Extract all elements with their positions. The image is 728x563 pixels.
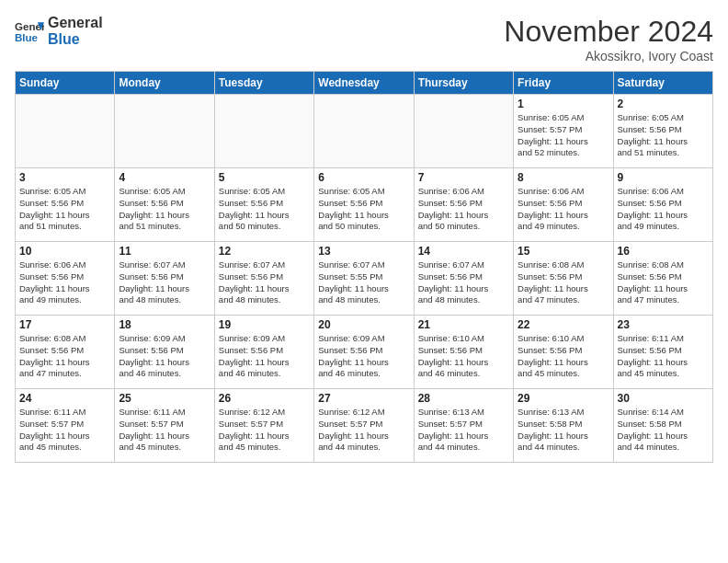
day-info: Sunrise: 6:09 AMSunset: 5:56 PMDaylight:… — [219, 333, 310, 380]
calendar-cell: 18Sunrise: 6:09 AMSunset: 5:56 PMDayligh… — [115, 316, 214, 389]
calendar-cell — [115, 95, 214, 168]
day-info: Sunrise: 6:07 AMSunset: 5:56 PMDaylight:… — [119, 259, 210, 306]
day-info: Sunrise: 6:13 AMSunset: 5:58 PMDaylight:… — [518, 407, 609, 454]
weekday-header-tuesday: Tuesday — [214, 72, 313, 95]
day-info: Sunrise: 6:12 AMSunset: 5:57 PMDaylight:… — [219, 407, 310, 454]
weekday-header-thursday: Thursday — [414, 72, 513, 95]
day-info: Sunrise: 6:08 AMSunset: 5:56 PMDaylight:… — [19, 333, 110, 380]
calendar-cell: 25Sunrise: 6:11 AMSunset: 5:57 PMDayligh… — [115, 389, 214, 463]
day-info: Sunrise: 6:06 AMSunset: 5:56 PMDaylight:… — [518, 186, 609, 233]
calendar-cell: 14Sunrise: 6:07 AMSunset: 5:56 PMDayligh… — [414, 242, 513, 316]
day-info: Sunrise: 6:06 AMSunset: 5:56 PMDaylight:… — [418, 186, 509, 233]
calendar-cell: 27Sunrise: 6:12 AMSunset: 5:57 PMDayligh… — [314, 389, 414, 463]
calendar-cell: 28Sunrise: 6:13 AMSunset: 5:57 PMDayligh… — [414, 389, 513, 463]
day-number: 12 — [219, 245, 310, 258]
calendar-cell: 19Sunrise: 6:09 AMSunset: 5:56 PMDayligh… — [214, 316, 313, 389]
day-number: 20 — [318, 318, 409, 331]
calendar-cell: 3Sunrise: 6:05 AMSunset: 5:56 PMDaylight… — [16, 168, 115, 242]
calendar-cell: 8Sunrise: 6:06 AMSunset: 5:56 PMDaylight… — [514, 168, 613, 242]
day-info: Sunrise: 6:14 AMSunset: 5:58 PMDaylight:… — [618, 407, 709, 454]
day-number: 11 — [119, 245, 210, 258]
day-number: 8 — [518, 171, 609, 184]
day-info: Sunrise: 6:07 AMSunset: 5:55 PMDaylight:… — [318, 259, 409, 306]
calendar-cell — [314, 95, 414, 168]
week-row-4: 17Sunrise: 6:08 AMSunset: 5:56 PMDayligh… — [16, 316, 713, 389]
calendar-cell: 5Sunrise: 6:05 AMSunset: 5:56 PMDaylight… — [214, 168, 313, 242]
day-number: 18 — [119, 318, 210, 331]
day-number: 25 — [119, 392, 210, 405]
logo-icon: General Blue — [15, 18, 44, 44]
calendar-cell: 11Sunrise: 6:07 AMSunset: 5:56 PMDayligh… — [115, 242, 214, 316]
calendar-cell: 24Sunrise: 6:11 AMSunset: 5:57 PMDayligh… — [16, 389, 115, 463]
calendar-cell: 7Sunrise: 6:06 AMSunset: 5:56 PMDaylight… — [414, 168, 513, 242]
day-info: Sunrise: 6:08 AMSunset: 5:56 PMDaylight:… — [518, 259, 609, 306]
day-number: 1 — [518, 98, 609, 110]
weekday-header-sunday: Sunday — [16, 72, 115, 95]
calendar-cell: 15Sunrise: 6:08 AMSunset: 5:56 PMDayligh… — [514, 242, 613, 316]
day-number: 29 — [518, 392, 609, 405]
logo-blue: Blue — [48, 31, 103, 48]
calendar-cell — [414, 95, 513, 168]
day-info: Sunrise: 6:10 AMSunset: 5:56 PMDaylight:… — [518, 333, 609, 380]
week-row-1: 1Sunrise: 6:05 AMSunset: 5:57 PMDaylight… — [16, 95, 713, 168]
day-info: Sunrise: 6:06 AMSunset: 5:56 PMDaylight:… — [618, 186, 709, 233]
day-info: Sunrise: 6:12 AMSunset: 5:57 PMDaylight:… — [318, 407, 409, 454]
day-number: 23 — [618, 318, 709, 331]
calendar-cell: 6Sunrise: 6:05 AMSunset: 5:56 PMDaylight… — [314, 168, 414, 242]
day-number: 21 — [418, 318, 509, 331]
title-block: November 2024 Akossikro, Ivory Coast — [504, 15, 713, 63]
day-number: 26 — [219, 392, 310, 405]
day-info: Sunrise: 6:10 AMSunset: 5:56 PMDaylight:… — [418, 333, 509, 380]
calendar-cell — [16, 95, 115, 168]
day-info: Sunrise: 6:08 AMSunset: 5:56 PMDaylight:… — [618, 259, 709, 306]
day-info: Sunrise: 6:07 AMSunset: 5:56 PMDaylight:… — [418, 259, 509, 306]
day-number: 4 — [119, 171, 210, 184]
calendar-cell: 16Sunrise: 6:08 AMSunset: 5:56 PMDayligh… — [613, 242, 712, 316]
logo: General Blue General Blue — [15, 15, 103, 47]
calendar-cell: 20Sunrise: 6:09 AMSunset: 5:56 PMDayligh… — [314, 316, 414, 389]
week-row-2: 3Sunrise: 6:05 AMSunset: 5:56 PMDaylight… — [16, 168, 713, 242]
calendar-cell: 17Sunrise: 6:08 AMSunset: 5:56 PMDayligh… — [16, 316, 115, 389]
day-number: 17 — [19, 318, 110, 331]
day-info: Sunrise: 6:09 AMSunset: 5:56 PMDaylight:… — [318, 333, 409, 380]
calendar-cell: 30Sunrise: 6:14 AMSunset: 5:58 PMDayligh… — [613, 389, 712, 463]
calendar-cell: 29Sunrise: 6:13 AMSunset: 5:58 PMDayligh… — [514, 389, 613, 463]
day-number: 14 — [418, 245, 509, 258]
calendar-cell: 22Sunrise: 6:10 AMSunset: 5:56 PMDayligh… — [514, 316, 613, 389]
calendar-cell: 2Sunrise: 6:05 AMSunset: 5:56 PMDaylight… — [613, 95, 712, 168]
calendar-cell: 10Sunrise: 6:06 AMSunset: 5:56 PMDayligh… — [16, 242, 115, 316]
day-number: 7 — [418, 171, 509, 184]
month-title: November 2024 — [504, 15, 713, 49]
weekday-header-friday: Friday — [514, 72, 613, 95]
day-number: 30 — [618, 392, 709, 405]
day-number: 6 — [318, 171, 409, 184]
weekday-header-wednesday: Wednesday — [314, 72, 414, 95]
day-number: 2 — [618, 98, 709, 110]
weekday-header-saturday: Saturday — [613, 72, 712, 95]
day-number: 5 — [219, 171, 310, 184]
day-number: 9 — [618, 171, 709, 184]
day-info: Sunrise: 6:13 AMSunset: 5:57 PMDaylight:… — [418, 407, 509, 454]
svg-text:Blue: Blue — [15, 31, 39, 42]
day-number: 16 — [618, 245, 709, 258]
day-number: 27 — [318, 392, 409, 405]
day-number: 24 — [19, 392, 110, 405]
day-info: Sunrise: 6:05 AMSunset: 5:57 PMDaylight:… — [518, 112, 609, 159]
day-info: Sunrise: 6:06 AMSunset: 5:56 PMDaylight:… — [19, 259, 110, 306]
calendar-table: SundayMondayTuesdayWednesdayThursdayFrid… — [15, 71, 713, 463]
calendar-cell: 9Sunrise: 6:06 AMSunset: 5:56 PMDaylight… — [613, 168, 712, 242]
day-number: 22 — [518, 318, 609, 331]
calendar-cell: 13Sunrise: 6:07 AMSunset: 5:55 PMDayligh… — [314, 242, 414, 316]
day-info: Sunrise: 6:05 AMSunset: 5:56 PMDaylight:… — [119, 186, 210, 233]
location: Akossikro, Ivory Coast — [504, 49, 713, 63]
day-info: Sunrise: 6:05 AMSunset: 5:56 PMDaylight:… — [219, 186, 310, 233]
day-info: Sunrise: 6:07 AMSunset: 5:56 PMDaylight:… — [219, 259, 310, 306]
day-info: Sunrise: 6:05 AMSunset: 5:56 PMDaylight:… — [19, 186, 110, 233]
calendar-cell: 12Sunrise: 6:07 AMSunset: 5:56 PMDayligh… — [214, 242, 313, 316]
day-info: Sunrise: 6:09 AMSunset: 5:56 PMDaylight:… — [119, 333, 210, 380]
day-info: Sunrise: 6:11 AMSunset: 5:57 PMDaylight:… — [19, 407, 110, 454]
logo-general: General — [48, 15, 103, 31]
weekday-header-row: SundayMondayTuesdayWednesdayThursdayFrid… — [16, 72, 713, 95]
calendar-cell: 21Sunrise: 6:10 AMSunset: 5:56 PMDayligh… — [414, 316, 513, 389]
day-info: Sunrise: 6:11 AMSunset: 5:56 PMDaylight:… — [618, 333, 709, 380]
